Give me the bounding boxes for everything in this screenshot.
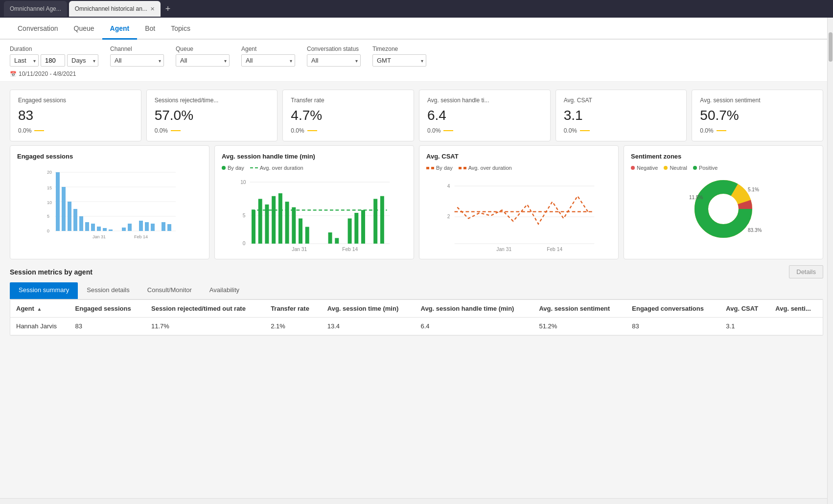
chart-title-handle: Avg. session handle time (min) [222,153,407,160]
svg-text:5: 5 [47,214,49,219]
svg-rect-20 [122,228,126,231]
scrollbar-right[interactable] [827,18,833,504]
nav-item-bot[interactable]: Bot [137,18,163,40]
svg-rect-39 [278,193,282,244]
col-header-engaged[interactable]: Engaged sessions [69,300,145,318]
agent-select[interactable]: All [241,54,295,67]
svg-rect-12 [68,202,71,231]
svg-text:Feb 14: Feb 14 [342,247,358,252]
col-label-conversations: Engaged conversations [632,305,704,312]
svg-rect-35 [252,210,255,244]
metric-change-2: 0.0% [291,127,304,134]
agent-select-wrapper: All [241,54,295,67]
col-header-agent[interactable]: Agent ▲ [10,300,69,318]
legend-neutral: Neutral [664,165,687,171]
cell-avg-sentiment: 51.2% [533,318,626,335]
legend-dash-csat-avg [459,167,466,169]
svg-rect-21 [128,224,132,231]
table-row: Hannah Jarvis 83 11.7% 2.1% 13.4 6.4 51.… [10,318,823,335]
scrollbar-bottom[interactable] [0,498,827,504]
metric-bar-5 [717,130,726,131]
table-wrapper: Agent ▲ Engaged sessions Session rejecte… [10,299,823,336]
metric-value-2: 4.7% [291,108,406,123]
close-tab-icon[interactable]: ✕ [150,6,155,12]
cell-avg-session-time: 13.4 [322,318,415,335]
chart-engaged-sessions: Engaged sessions 20 15 10 5 0 [10,145,209,259]
svg-rect-48 [361,210,365,244]
col-header-conversations[interactable]: Engaged conversations [626,300,720,318]
conv-status-select[interactable]: All [307,54,361,67]
nav-item-agent[interactable]: Agent [102,18,138,40]
col-header-senti[interactable]: Avg. senti... [769,300,823,318]
metric-title-1: Sessions rejected/time... [155,97,270,104]
svg-rect-23 [145,222,149,231]
filter-duration: Duration Last Days 📅 10/11/2020 - 4/8/20… [10,46,98,79]
svg-text:Jan 31: Jan 31 [292,247,307,252]
col-header-session-time[interactable]: Avg. session time (min) [322,300,415,318]
nav-item-topics[interactable]: Topics [163,18,198,40]
sub-tab-availability[interactable]: Availability [201,282,248,299]
tab-active[interactable]: Omnichannel historical an... ✕ [69,1,161,17]
duration-value-input[interactable] [41,54,65,67]
donut-container: 5.1% 11.5% 83.3% [631,174,816,239]
cell-transfer-rate: 2.1% [265,318,322,335]
duration-type-select[interactable]: Last [10,54,39,67]
col-header-transfer[interactable]: Transfer rate [265,300,322,318]
date-range-text: 10/11/2020 - 4/8/2021 [19,70,76,77]
new-tab-button[interactable]: + [162,4,174,14]
sub-tabs: Session summary Session details Consult/… [10,282,823,299]
svg-rect-22 [139,221,143,231]
cell-agent: Hannah Jarvis [10,318,69,335]
col-label-engaged: Engaged sessions [75,305,131,312]
donut-svg: 5.1% 11.5% 83.3% [684,176,763,239]
metric-value-5: 50.7% [700,108,815,123]
col-header-rejected[interactable]: Session rejected/timed out rate [145,300,265,318]
col-label-handle-time: Avg. session handle time (min) [420,305,514,312]
conv-status-select-wrapper: All [307,54,361,67]
svg-text:Feb 14: Feb 14 [547,247,562,252]
col-header-handle-time[interactable]: Avg. session handle time (min) [415,300,533,318]
details-button[interactable]: Details [789,265,823,278]
legend-by-day-handle: By day [222,165,244,171]
chart-sentiment: Sentiment zones Negative Neutral Positiv… [624,145,823,259]
channel-select[interactable]: All [110,54,164,67]
col-header-sentiment[interactable]: Avg. session sentiment [533,300,626,318]
svg-rect-10 [56,172,60,231]
metric-change-0: 0.0% [18,127,31,134]
filter-agent: Agent All [241,46,295,67]
metric-title-3: Avg. session handle ti... [427,97,542,104]
scrollbar-thumb[interactable] [829,32,833,62]
cell-rejected-rate: 11.7% [145,318,265,335]
chart-legend-handle: By day Avg. over duration [222,165,407,171]
col-label-sentiment: Avg. session sentiment [539,305,610,312]
queue-select[interactable]: All [176,54,230,67]
legend-avg-csat: Avg. over duration [459,165,512,171]
svg-rect-41 [292,207,296,244]
chart-title-sentiment: Sentiment zones [631,153,816,160]
sort-icon-agent[interactable]: ▲ [37,306,42,312]
svg-rect-49 [373,199,377,243]
legend-avg-handle: Avg. over duration [250,165,303,171]
legend-by-day-csat: By day [426,165,453,171]
tab-inactive[interactable]: Omnichannel Age... [4,1,67,17]
scroll-content: Engaged sessions 83 0.0% Sessions reject… [0,82,833,504]
metric-value-3: 6.4 [427,108,542,123]
svg-rect-13 [73,209,77,231]
legend-negative-label: Negative [637,165,658,171]
csat-chart-area: 4 2 Jan 31 Feb 14 [426,174,611,252]
col-label-transfer: Transfer rate [271,305,309,312]
metric-bar-3 [443,130,453,131]
metric-card-avg-handle-time: Avg. session handle ti... 6.4 0.0% [419,90,551,141]
duration-unit-select[interactable]: Days [67,54,98,67]
sub-tab-session-summary[interactable]: Session summary [10,282,78,299]
metric-value-0: 83 [18,108,133,123]
col-header-csat[interactable]: Avg. CSAT [720,300,769,318]
browser-chrome: Omnichannel Age... Omnichannel historica… [0,0,833,18]
timezone-select-wrapper: GMT [372,54,426,67]
sub-tab-consult-monitor[interactable]: Consult/Monitor [139,282,201,299]
timezone-select[interactable]: GMT [372,54,426,67]
nav-item-queue[interactable]: Queue [66,18,102,40]
nav-item-conversation[interactable]: Conversation [10,18,66,40]
legend-by-day-label-csat: By day [436,165,453,171]
sub-tab-session-details[interactable]: Session details [78,282,138,299]
